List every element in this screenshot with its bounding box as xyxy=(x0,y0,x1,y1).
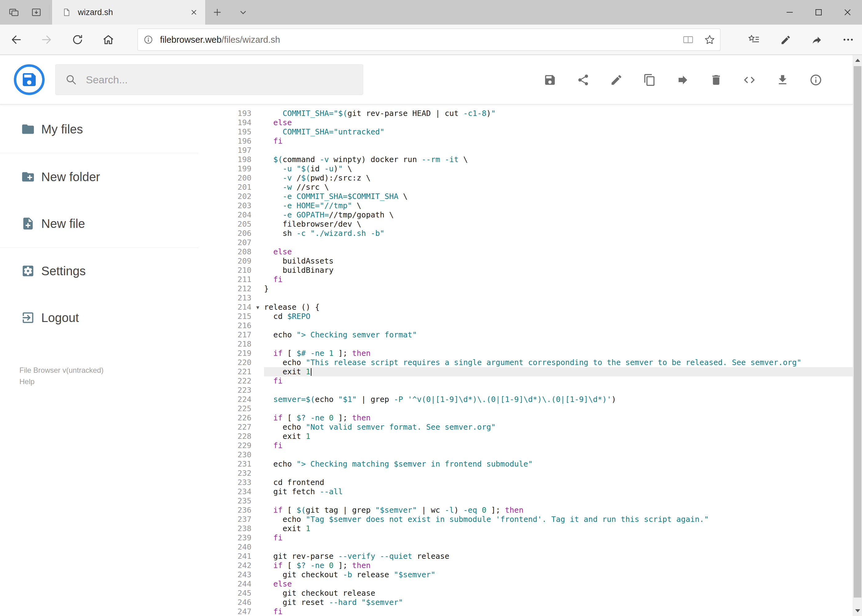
search-bar[interactable] xyxy=(55,64,363,95)
browser-tab[interactable]: wizard.sh xyxy=(52,0,206,25)
code-line[interactable]: 240 xyxy=(199,542,853,552)
new-tab-button[interactable] xyxy=(211,6,224,19)
line-number[interactable]: 245 xyxy=(199,589,251,598)
line-number[interactable]: 194 xyxy=(199,118,251,127)
tab-preview-icon[interactable] xyxy=(7,6,20,19)
code-line[interactable]: 232 xyxy=(199,469,853,478)
code-text[interactable] xyxy=(264,542,853,552)
code-text[interactable]: COMMIT_SHA="$(git rev-parse HEAD | cut -… xyxy=(264,109,853,118)
code-text[interactable]: echo "Tag $semver does not exist in subm… xyxy=(264,515,853,524)
code-line[interactable]: 196 fi xyxy=(199,137,853,146)
line-number[interactable]: 216 xyxy=(199,321,251,330)
line-number[interactable]: 226 xyxy=(199,413,251,423)
code-line[interactable]: 209 buildAssets xyxy=(199,256,853,266)
code-text[interactable]: echo "This release script requires a sin… xyxy=(264,358,853,367)
code-text[interactable]: fi xyxy=(264,137,853,146)
line-number[interactable]: 199 xyxy=(199,164,251,173)
code-text[interactable]: echo "> Checking semver format" xyxy=(264,330,853,339)
download-icon[interactable] xyxy=(776,73,790,87)
code-text[interactable] xyxy=(264,146,853,155)
line-number[interactable]: 233 xyxy=(199,478,251,487)
code-line[interactable]: 202 -e COMMIT_SHA=$COMMIT_SHA \ xyxy=(199,192,853,201)
code-line[interactable]: 197 xyxy=(199,146,853,155)
line-number[interactable]: 211 xyxy=(199,275,251,284)
code-text[interactable]: git fetch --all xyxy=(264,487,853,497)
line-number[interactable]: 200 xyxy=(199,173,251,183)
code-line[interactable]: 242 if [ $? -ne 0 ]; then xyxy=(199,561,853,570)
maximize-button[interactable] xyxy=(804,0,833,25)
code-line[interactable]: 200 -v /$(pwd):/src:z \ xyxy=(199,173,853,183)
code-line[interactable]: 208 else xyxy=(199,247,853,256)
more-options-icon[interactable] xyxy=(842,33,855,46)
code-line[interactable]: 233 cd frontend xyxy=(199,478,853,487)
code-text[interactable] xyxy=(264,321,853,330)
code-text[interactable] xyxy=(264,469,853,478)
line-number[interactable]: 197 xyxy=(199,146,251,155)
code-text[interactable]: fi xyxy=(264,607,853,616)
code-line[interactable]: 245 git checkout release xyxy=(199,589,853,598)
line-number[interactable]: 247 xyxy=(199,607,251,616)
line-number[interactable]: 218 xyxy=(199,339,251,349)
line-number[interactable]: 230 xyxy=(199,450,251,459)
code-text[interactable]: buildAssets xyxy=(264,256,853,266)
back-icon[interactable] xyxy=(9,33,23,46)
code-line[interactable]: 203 -e HOME="//tmp" \ xyxy=(199,201,853,211)
line-number[interactable]: 214 xyxy=(199,303,251,312)
line-number[interactable]: 243 xyxy=(199,570,251,580)
code-line[interactable]: 230 xyxy=(199,450,853,459)
line-number[interactable]: 242 xyxy=(199,561,251,570)
fold-marker-icon[interactable]: ▾ xyxy=(251,303,264,312)
search-input[interactable] xyxy=(86,74,354,86)
scroll-down-icon[interactable] xyxy=(853,605,862,616)
address-bar[interactable]: filebrowser.web/files/wizard.sh xyxy=(137,28,720,51)
code-text[interactable] xyxy=(264,386,853,395)
code-line[interactable]: 218 xyxy=(199,339,853,349)
code-line[interactable]: 237 echo "Tag $semver does not exist in … xyxy=(199,515,853,524)
line-number[interactable]: 193 xyxy=(199,109,251,118)
line-number[interactable]: 236 xyxy=(199,506,251,515)
code-line[interactable]: 198 $(command -v winpty) docker run --rm… xyxy=(199,155,853,164)
line-number[interactable]: 203 xyxy=(199,201,251,211)
line-number[interactable]: 234 xyxy=(199,487,251,497)
line-number[interactable]: 206 xyxy=(199,229,251,238)
code-text[interactable]: fi xyxy=(264,533,853,542)
code-line[interactable]: 223 xyxy=(199,386,853,395)
code-text[interactable]: cd $REPO xyxy=(264,312,853,321)
line-number[interactable]: 210 xyxy=(199,266,251,275)
code-line[interactable]: 241 git rev-parse --verify --quiet relea… xyxy=(199,552,853,561)
code-text[interactable]: exit 1 xyxy=(264,367,853,376)
line-number[interactable]: 227 xyxy=(199,423,251,432)
code-text[interactable]: } xyxy=(264,284,853,293)
sidebar-item-new-file[interactable]: New file xyxy=(0,211,199,236)
code-line[interactable]: 229 fi xyxy=(199,441,853,450)
line-number[interactable]: 220 xyxy=(199,358,251,367)
code-line[interactable]: 213 xyxy=(199,293,853,303)
line-number[interactable]: 238 xyxy=(199,524,251,533)
code-text[interactable]: release () { xyxy=(264,303,853,312)
line-number[interactable]: 213 xyxy=(199,293,251,303)
code-line[interactable]: 211 fi xyxy=(199,275,853,284)
code-line[interactable]: 221 exit 1 xyxy=(199,367,853,376)
code-line[interactable]: 226 if [ $? -ne 0 ]; then xyxy=(199,413,853,423)
code-text[interactable]: fi xyxy=(264,275,853,284)
line-number[interactable]: 219 xyxy=(199,349,251,358)
sidebar-item-logout[interactable]: Logout xyxy=(0,305,199,330)
code-line[interactable]: 246 git reset --hard "$semver" xyxy=(199,598,853,607)
code-text[interactable]: if [ $(git tag | grep "$semver" | wc -l)… xyxy=(264,506,853,515)
code-text[interactable]: git checkout -b release "$semver" xyxy=(264,570,853,580)
code-text[interactable]: sh -c "./wizard.sh -b" xyxy=(264,229,853,238)
move-icon[interactable] xyxy=(676,73,690,87)
favorites-hub-icon[interactable] xyxy=(747,33,761,46)
code-line[interactable]: 228 exit 1 xyxy=(199,432,853,441)
code-text[interactable]: git rev-parse --verify --quiet release xyxy=(264,552,853,561)
line-number[interactable]: 198 xyxy=(199,155,251,164)
line-number[interactable]: 231 xyxy=(199,459,251,469)
file-browser-logo[interactable] xyxy=(14,64,45,95)
home-icon[interactable] xyxy=(102,33,115,46)
code-line[interactable]: 216 xyxy=(199,321,853,330)
line-number[interactable]: 205 xyxy=(199,220,251,229)
line-number[interactable]: 196 xyxy=(199,137,251,146)
code-text[interactable]: if [ $# -ne 1 ]; then xyxy=(264,349,853,358)
code-text[interactable] xyxy=(264,293,853,303)
code-icon[interactable] xyxy=(742,73,756,87)
